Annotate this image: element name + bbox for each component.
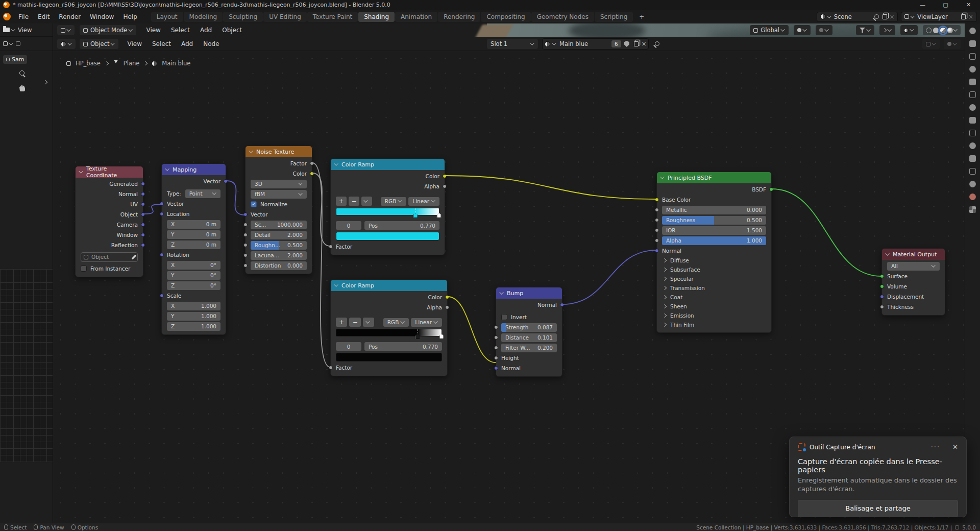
properties-tab-render[interactable] [969, 40, 976, 47]
collapse-icon[interactable] [249, 149, 253, 153]
socket-color[interactable] [310, 172, 314, 176]
value-slider[interactable]: Roughness0.500 [662, 216, 766, 225]
socket-vector[interactable] [880, 295, 884, 299]
color-mode-dropdown[interactable]: RGB [381, 197, 407, 206]
section-emission[interactable]: Emission [657, 311, 771, 320]
menu-app-help[interactable]: Help [118, 12, 141, 22]
breadcrumb-object[interactable]: HP_base [76, 60, 101, 67]
minimize-button[interactable]: — [911, 0, 934, 10]
tab-texture-paint[interactable]: Texture Paint [307, 12, 358, 22]
node-header[interactable]: Color Ramp [331, 280, 447, 291]
value-slider[interactable]: Strength0.087 [501, 323, 557, 332]
tab-scripting[interactable]: Scripting [595, 12, 633, 22]
tab-modeling[interactable]: Modeling [184, 12, 223, 22]
value-slider[interactable]: Sc...1000.000 [251, 221, 307, 229]
node-bump[interactable]: BumpNormalInvertStrength0.087Distance0.1… [496, 287, 562, 377]
socket-float[interactable] [880, 305, 884, 309]
menu-shader-select[interactable]: Select [148, 39, 176, 49]
section-transmission[interactable]: Transmission [657, 283, 771, 293]
blender-menu-icon[interactable] [3, 13, 11, 20]
socket-color[interactable] [443, 174, 447, 178]
collapse-icon[interactable] [885, 251, 889, 255]
properties-tab-particles[interactable] [969, 142, 976, 149]
socket-shader[interactable] [769, 187, 773, 191]
image-datablock-chip[interactable]: Sam [3, 55, 27, 64]
gradient-bar[interactable] [336, 329, 442, 336]
collapse-icon[interactable] [334, 282, 338, 286]
stop-index-field[interactable]: 0 [336, 221, 361, 230]
menu-viewport-select[interactable]: Select [166, 25, 194, 35]
properties-tab-scene[interactable] [969, 79, 976, 85]
object-picker[interactable]: Object [81, 252, 138, 262]
value-slider[interactable]: Z1.000 [167, 322, 220, 331]
node-mapping[interactable]: MappingVectorType:PointVectorLocationX0 … [161, 163, 226, 335]
scene-selector[interactable]: Scene × [817, 12, 898, 22]
overlays-dropdown[interactable] [900, 25, 918, 35]
menu-viewport-view[interactable]: View [141, 25, 165, 35]
menu-app-file[interactable]: File [14, 12, 33, 22]
unlink-material-icon[interactable]: × [642, 40, 647, 47]
properties-tab-output[interactable] [969, 53, 976, 60]
close-button[interactable]: ✕ [957, 0, 980, 10]
breadcrumb-material[interactable]: Main blue [162, 60, 190, 67]
socket-vector[interactable] [141, 243, 145, 247]
tab-uv-editing[interactable]: UV Editing [263, 12, 307, 22]
tab-rendering[interactable]: Rendering [438, 12, 480, 22]
socket-float[interactable] [243, 243, 248, 247]
value-slider[interactable]: X0 m [167, 220, 220, 229]
transform-orientation-dropdown[interactable]: Global [750, 25, 789, 35]
status-options-hint[interactable]: Options [71, 524, 99, 530]
socket-float[interactable] [655, 218, 659, 222]
section-subsurface[interactable]: Subsurface [657, 265, 771, 274]
copy-icon[interactable] [961, 14, 966, 19]
collapse-icon[interactable] [660, 175, 664, 179]
menu-viewport-object[interactable]: Object [217, 25, 247, 35]
socket-vector[interactable] [141, 233, 145, 237]
value-slider[interactable]: Y1.000 [167, 312, 220, 321]
node-header[interactable]: Texture Coordinate [76, 166, 143, 178]
material-preview-button[interactable] [940, 28, 946, 33]
section-specular[interactable]: Specular [657, 274, 771, 283]
socket-color[interactable] [445, 295, 449, 299]
node-header[interactable]: Color Ramp [331, 159, 445, 170]
tab-compositing[interactable]: Compositing [481, 12, 530, 22]
socket-float[interactable] [445, 305, 449, 309]
ramp-options-button[interactable] [361, 197, 372, 206]
stop-position-field[interactable]: Pos0.770 [364, 342, 442, 351]
proportional-edit-dropdown[interactable] [816, 25, 832, 35]
socket-vector[interactable] [141, 223, 145, 227]
socket-vector[interactable] [141, 192, 145, 196]
properties-tab-collection[interactable] [969, 104, 976, 111]
tab-shading[interactable]: Shading [358, 12, 395, 22]
menu-app-window[interactable]: Window [85, 12, 118, 22]
socket-vector[interactable] [655, 249, 659, 253]
tab-animation[interactable]: Animation [395, 12, 437, 22]
node-header[interactable]: Bump [496, 287, 562, 299]
collapse-icon[interactable] [334, 161, 338, 165]
node-texture-coordinate[interactable]: Texture CoordinateGeneratedNormalUVObjec… [75, 166, 143, 277]
properties-tab-constraints[interactable] [969, 168, 976, 175]
pan-tool[interactable] [19, 84, 53, 93]
value-slider[interactable]: Y0 m [167, 230, 220, 239]
pin-icon[interactable] [872, 14, 878, 20]
remove-stop-button[interactable]: − [349, 197, 359, 206]
menu-app-render[interactable]: Render [54, 12, 85, 22]
value-slider[interactable]: Distance0.101 [501, 333, 557, 342]
properties-tab-material[interactable] [969, 194, 976, 200]
tab-geometry-nodes[interactable]: Geometry Nodes [531, 12, 594, 22]
properties-tab-object-data[interactable] [969, 181, 976, 187]
gradient-stop-selected[interactable] [415, 334, 420, 339]
node-header[interactable]: Material Output [882, 249, 945, 260]
socket-float[interactable] [329, 366, 333, 370]
editor-type-button[interactable] [57, 39, 76, 49]
socket-float[interactable] [655, 238, 659, 243]
slot-dropdown[interactable]: Slot 1 [487, 39, 538, 49]
socket-vector[interactable] [160, 294, 164, 298]
tab-sculpting[interactable]: Sculpting [223, 12, 263, 22]
section-sheen[interactable]: Sheen [657, 302, 771, 311]
value-slider[interactable]: X0° [167, 261, 220, 270]
color-swatch[interactable] [336, 353, 442, 361]
more-options-icon[interactable]: ··· [931, 443, 940, 451]
checkbox[interactable] [501, 314, 507, 320]
snap-node-icon[interactable] [922, 39, 940, 49]
